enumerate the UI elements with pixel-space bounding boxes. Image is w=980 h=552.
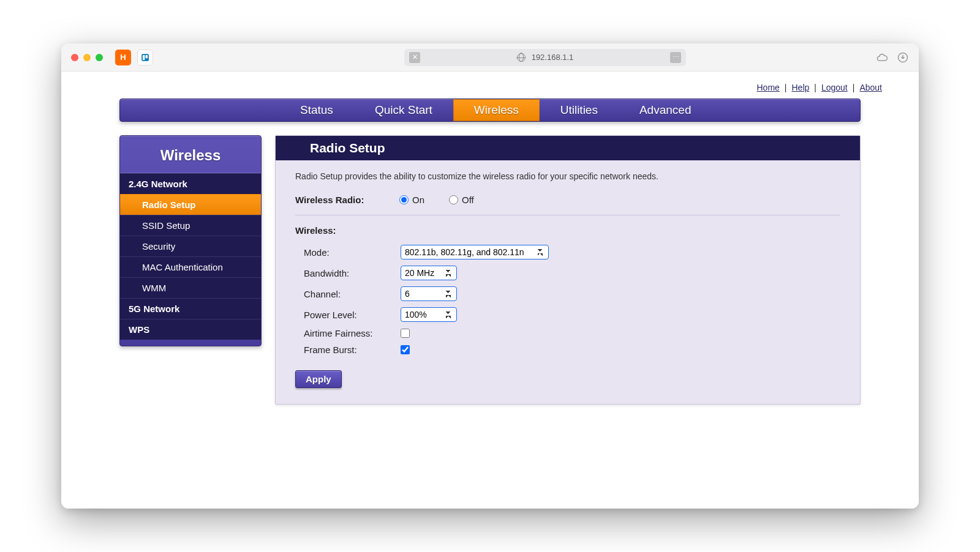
row-power: Power Level: 100% — [295, 304, 840, 325]
radio-off[interactable] — [449, 195, 458, 204]
tab-status[interactable]: Status — [279, 99, 354, 121]
link-home[interactable]: Home — [757, 83, 780, 92]
label-mode: Mode: — [304, 247, 401, 258]
label-frame-burst: Frame Burst: — [304, 345, 401, 355]
row-frame-burst: Frame Burst: — [295, 341, 840, 358]
row-channel: Channel: 6 — [295, 283, 840, 304]
page-content: Home | Help | Logout | About Status Quic… — [61, 72, 919, 509]
address-bar[interactable]: ✕ 192.168.1.1 ⋯ — [404, 49, 686, 66]
label-power: Power Level: — [304, 310, 401, 320]
window-controls — [71, 54, 103, 61]
radio-off-label[interactable]: Off — [449, 195, 474, 205]
label-wireless-radio: Wireless Radio: — [295, 195, 399, 205]
label-channel: Channel: — [304, 289, 401, 299]
browser-window: H ✕ 192.168.1.1 ⋯ Home | Help | Logout — [61, 43, 919, 509]
sidebar-item-ssid-setup[interactable]: SSID Setup — [120, 215, 261, 236]
sidebar-item-wps[interactable]: WPS — [120, 319, 261, 340]
link-about[interactable]: About — [859, 83, 882, 92]
checkbox-frame-burst[interactable] — [401, 345, 410, 354]
label-airtime: Airtime Fairness: — [304, 328, 401, 338]
select-mode[interactable]: 802.11b, 802.11g, and 802.11n — [401, 245, 549, 259]
sidebar-item-mac-auth[interactable]: MAC Authentication — [120, 256, 261, 277]
select-channel[interactable]: 6 — [401, 286, 457, 301]
tab-utilities[interactable]: Utilities — [540, 99, 619, 121]
sidebar-item-wmm[interactable]: WMM — [120, 277, 261, 298]
tab-quick-start[interactable]: Quick Start — [354, 99, 453, 121]
browser-chrome: H ✕ 192.168.1.1 ⋯ — [61, 43, 919, 72]
minimize-window-button[interactable] — [83, 54, 91, 61]
svg-rect-2 — [146, 54, 148, 58]
content-panel: Radio Setup Radio Setup provides the abi… — [275, 135, 861, 405]
downloads-icon[interactable] — [897, 51, 909, 64]
divider — [295, 215, 840, 215]
panel-title: Radio Setup — [276, 136, 860, 160]
close-window-button[interactable] — [71, 54, 78, 61]
tab-advanced[interactable]: Advanced — [619, 99, 712, 121]
sidebar: Wireless 2.4G Network Radio Setup SSID S… — [119, 135, 262, 346]
row-bandwidth: Bandwidth: 20 MHz — [295, 263, 840, 283]
section-wireless-label: Wireless: — [295, 225, 840, 236]
reader-icon[interactable]: ⋯ — [670, 52, 681, 63]
select-bandwidth[interactable]: 20 MHz — [401, 266, 457, 280]
row-wireless-radio: Wireless Radio: On Off — [295, 192, 840, 207]
apply-button[interactable]: Apply — [295, 370, 342, 388]
sidebar-item-5g-network[interactable]: 5G Network — [120, 298, 261, 319]
sidebar-item-24g-network[interactable]: 2.4G Network — [120, 173, 261, 194]
site-settings-icon[interactable]: ✕ — [409, 52, 420, 63]
sidebar-title: Wireless — [120, 136, 261, 173]
link-help[interactable]: Help — [792, 83, 810, 92]
svg-rect-1 — [143, 54, 145, 59]
main-nav: Status Quick Start Wireless Utilities Ad… — [119, 99, 861, 122]
tab-wireless[interactable]: Wireless — [453, 99, 540, 121]
radio-on[interactable] — [399, 195, 409, 204]
globe-icon — [517, 53, 526, 62]
select-power[interactable]: 100% — [401, 307, 457, 322]
icloud-icon[interactable] — [876, 51, 888, 64]
url-text: 192.168.1.1 — [532, 53, 574, 62]
extension-icon-trello[interactable] — [137, 50, 153, 65]
label-bandwidth: Bandwidth: — [304, 268, 401, 278]
row-airtime: Airtime Fairness: — [295, 325, 840, 341]
sidebar-item-security[interactable]: Security — [120, 236, 261, 256]
sidebar-item-radio-setup[interactable]: Radio Setup — [120, 194, 261, 215]
top-links: Home | Help | Logout | About — [61, 72, 919, 99]
link-logout[interactable]: Logout — [821, 83, 848, 92]
panel-description: Radio Setup provides the ability to cust… — [295, 171, 840, 181]
maximize-window-button[interactable] — [96, 54, 103, 61]
radio-on-label[interactable]: On — [399, 195, 424, 205]
extension-icon-h[interactable]: H — [115, 50, 131, 65]
row-mode: Mode: 802.11b, 802.11g, and 802.11n — [295, 242, 840, 263]
checkbox-airtime[interactable] — [401, 329, 410, 338]
